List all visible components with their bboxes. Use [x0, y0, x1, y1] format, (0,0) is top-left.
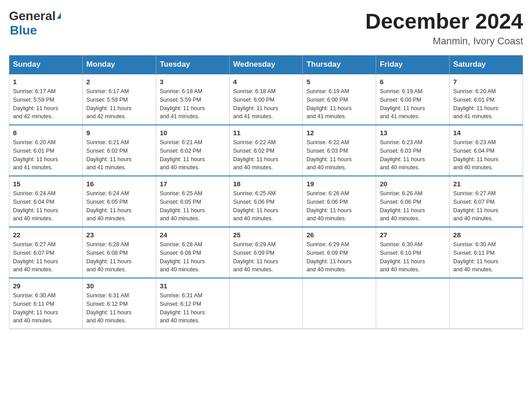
day-info: Sunrise: 6:27 AMSunset: 6:07 PMDaylight:…: [13, 240, 79, 274]
day-number: 28: [453, 231, 519, 239]
day-info: Sunrise: 6:18 AMSunset: 6:00 PMDaylight:…: [233, 87, 299, 121]
calendar-cell: 1Sunrise: 6:17 AMSunset: 5:59 PMDaylight…: [9, 74, 83, 125]
week-row-4: 22Sunrise: 6:27 AMSunset: 6:07 PMDayligh…: [9, 227, 523, 278]
day-number: 14: [453, 129, 519, 137]
day-number: 4: [233, 78, 299, 86]
day-number: 24: [160, 231, 226, 239]
day-info: Sunrise: 6:25 AMSunset: 6:06 PMDaylight:…: [233, 189, 299, 223]
day-number: 6: [380, 78, 446, 86]
calendar-cell: 11Sunrise: 6:22 AMSunset: 6:02 PMDayligh…: [229, 125, 303, 176]
day-number: 13: [380, 129, 446, 137]
day-header-wednesday: Wednesday: [229, 56, 303, 74]
header: General Blue December 2024 Manmin, Ivory…: [9, 9, 523, 47]
day-info: Sunrise: 6:17 AMSunset: 5:59 PMDaylight:…: [13, 87, 79, 121]
calendar-cell: 25Sunrise: 6:29 AMSunset: 6:09 PMDayligh…: [229, 227, 303, 278]
calendar-cell: 27Sunrise: 6:30 AMSunset: 6:10 PMDayligh…: [376, 227, 450, 278]
logo-general-text: General: [9, 9, 56, 23]
day-info: Sunrise: 6:29 AMSunset: 6:09 PMDaylight:…: [233, 240, 299, 274]
day-info: Sunrise: 6:27 AMSunset: 6:07 PMDaylight:…: [453, 189, 519, 223]
day-number: 1: [13, 78, 79, 86]
page-title: December 2024: [365, 9, 523, 34]
calendar-cell: 22Sunrise: 6:27 AMSunset: 6:07 PMDayligh…: [9, 227, 83, 278]
day-number: 5: [306, 78, 372, 86]
calendar-cell: 16Sunrise: 6:24 AMSunset: 6:05 PMDayligh…: [82, 176, 156, 227]
day-header-sunday: Sunday: [9, 56, 83, 74]
day-number: 9: [86, 129, 152, 137]
day-number: 16: [86, 180, 152, 188]
day-info: Sunrise: 6:22 AMSunset: 6:02 PMDaylight:…: [233, 138, 299, 172]
calendar-cell: [376, 278, 450, 329]
day-number: 10: [160, 129, 226, 137]
day-info: Sunrise: 6:18 AMSunset: 5:59 PMDaylight:…: [160, 87, 226, 121]
title-area: December 2024 Manmin, Ivory Coast: [365, 9, 523, 47]
calendar-cell: 14Sunrise: 6:23 AMSunset: 6:04 PMDayligh…: [450, 125, 523, 176]
week-row-5: 29Sunrise: 6:30 AMSunset: 6:11 PMDayligh…: [9, 278, 523, 329]
day-header-monday: Monday: [82, 56, 156, 74]
day-info: Sunrise: 6:26 AMSunset: 6:06 PMDaylight:…: [306, 189, 372, 223]
calendar-cell: 18Sunrise: 6:25 AMSunset: 6:06 PMDayligh…: [229, 176, 303, 227]
day-number: 31: [160, 282, 226, 290]
calendar-cell: 13Sunrise: 6:23 AMSunset: 6:03 PMDayligh…: [376, 125, 450, 176]
calendar-table: SundayMondayTuesdayWednesdayThursdayFrid…: [9, 55, 523, 329]
calendar-cell: 2Sunrise: 6:17 AMSunset: 5:59 PMDaylight…: [82, 74, 156, 125]
day-info: Sunrise: 6:28 AMSunset: 6:08 PMDaylight:…: [86, 240, 152, 274]
week-row-2: 8Sunrise: 6:20 AMSunset: 6:01 PMDaylight…: [9, 125, 523, 176]
day-number: 26: [306, 231, 372, 239]
calendar-cell: 21Sunrise: 6:27 AMSunset: 6:07 PMDayligh…: [450, 176, 523, 227]
day-number: 18: [233, 180, 299, 188]
day-info: Sunrise: 6:22 AMSunset: 6:03 PMDaylight:…: [306, 138, 372, 172]
day-number: 25: [233, 231, 299, 239]
day-info: Sunrise: 6:20 AMSunset: 6:01 PMDaylight:…: [453, 87, 519, 121]
day-header-saturday: Saturday: [450, 56, 523, 74]
calendar-cell: 24Sunrise: 6:28 AMSunset: 6:08 PMDayligh…: [156, 227, 229, 278]
day-number: 11: [233, 129, 299, 137]
day-number: 21: [453, 180, 519, 188]
calendar-cell: [303, 278, 376, 329]
week-row-1: 1Sunrise: 6:17 AMSunset: 5:59 PMDaylight…: [9, 74, 523, 125]
day-number: 17: [160, 180, 226, 188]
day-info: Sunrise: 6:30 AMSunset: 6:11 PMDaylight:…: [13, 291, 79, 325]
day-info: Sunrise: 6:29 AMSunset: 6:09 PMDaylight:…: [306, 240, 372, 274]
day-number: 8: [13, 129, 79, 137]
day-number: 22: [13, 231, 79, 239]
day-number: 20: [380, 180, 446, 188]
day-info: Sunrise: 6:19 AMSunset: 6:00 PMDaylight:…: [380, 87, 446, 121]
calendar-cell: 28Sunrise: 6:30 AMSunset: 6:11 PMDayligh…: [450, 227, 523, 278]
day-header-friday: Friday: [376, 56, 450, 74]
logo: General Blue: [9, 9, 61, 38]
day-number: 19: [306, 180, 372, 188]
calendar-cell: 12Sunrise: 6:22 AMSunset: 6:03 PMDayligh…: [303, 125, 376, 176]
day-info: Sunrise: 6:25 AMSunset: 6:05 PMDaylight:…: [160, 189, 226, 223]
day-info: Sunrise: 6:30 AMSunset: 6:11 PMDaylight:…: [453, 240, 519, 274]
calendar-cell: 29Sunrise: 6:30 AMSunset: 6:11 PMDayligh…: [9, 278, 83, 329]
calendar-cell: 5Sunrise: 6:19 AMSunset: 6:00 PMDaylight…: [303, 74, 376, 125]
day-number: 3: [160, 78, 226, 86]
day-info: Sunrise: 6:17 AMSunset: 5:59 PMDaylight:…: [86, 87, 152, 121]
day-info: Sunrise: 6:19 AMSunset: 6:00 PMDaylight:…: [306, 87, 372, 121]
day-header-thursday: Thursday: [303, 56, 376, 74]
day-info: Sunrise: 6:28 AMSunset: 6:08 PMDaylight:…: [160, 240, 226, 274]
week-row-3: 15Sunrise: 6:24 AMSunset: 6:04 PMDayligh…: [9, 176, 523, 227]
day-info: Sunrise: 6:21 AMSunset: 6:02 PMDaylight:…: [160, 138, 226, 172]
calendar-cell: 6Sunrise: 6:19 AMSunset: 6:00 PMDaylight…: [376, 74, 450, 125]
day-header-tuesday: Tuesday: [156, 56, 229, 74]
calendar-cell: 17Sunrise: 6:25 AMSunset: 6:05 PMDayligh…: [156, 176, 229, 227]
day-info: Sunrise: 6:20 AMSunset: 6:01 PMDaylight:…: [13, 138, 79, 172]
calendar-cell: 19Sunrise: 6:26 AMSunset: 6:06 PMDayligh…: [303, 176, 376, 227]
page-subtitle: Manmin, Ivory Coast: [365, 35, 523, 47]
calendar-cell: 8Sunrise: 6:20 AMSunset: 6:01 PMDaylight…: [9, 125, 83, 176]
day-info: Sunrise: 6:31 AMSunset: 6:12 PMDaylight:…: [86, 291, 152, 325]
calendar-cell: 4Sunrise: 6:18 AMSunset: 6:00 PMDaylight…: [229, 74, 303, 125]
day-info: Sunrise: 6:31 AMSunset: 6:12 PMDaylight:…: [160, 291, 226, 325]
calendar-cell: 23Sunrise: 6:28 AMSunset: 6:08 PMDayligh…: [82, 227, 156, 278]
calendar-cell: 9Sunrise: 6:21 AMSunset: 6:02 PMDaylight…: [82, 125, 156, 176]
day-number: 23: [86, 231, 152, 239]
calendar-cell: 30Sunrise: 6:31 AMSunset: 6:12 PMDayligh…: [82, 278, 156, 329]
day-number: 2: [86, 78, 152, 86]
calendar-cell: 10Sunrise: 6:21 AMSunset: 6:02 PMDayligh…: [156, 125, 229, 176]
day-info: Sunrise: 6:23 AMSunset: 6:03 PMDaylight:…: [380, 138, 446, 172]
day-number: 27: [380, 231, 446, 239]
calendar-header-row: SundayMondayTuesdayWednesdayThursdayFrid…: [9, 56, 523, 74]
day-info: Sunrise: 6:21 AMSunset: 6:02 PMDaylight:…: [86, 138, 152, 172]
day-info: Sunrise: 6:30 AMSunset: 6:10 PMDaylight:…: [380, 240, 446, 274]
